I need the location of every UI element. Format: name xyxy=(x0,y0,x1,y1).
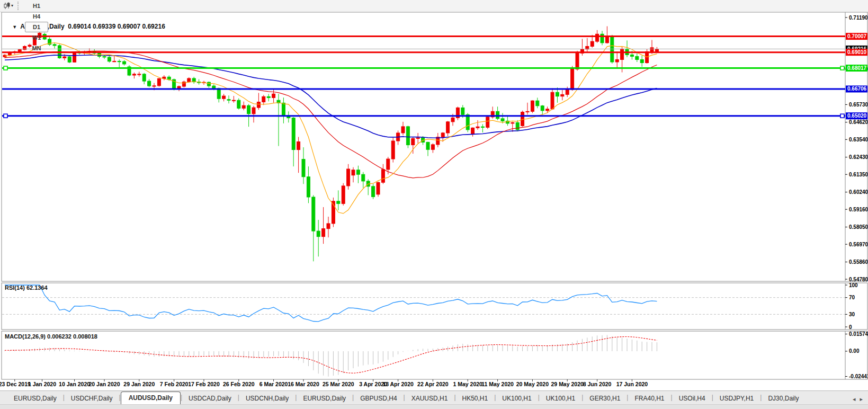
candle-body xyxy=(521,112,524,126)
svg-text:0.69010: 0.69010 xyxy=(847,49,867,55)
date-label: 7 Feb 2020 xyxy=(160,381,189,387)
panel-frame xyxy=(2,283,867,330)
date-label: 29 Jan 2020 xyxy=(123,381,155,387)
price-tick-label: 0.55860 xyxy=(849,259,868,265)
candle-body xyxy=(556,92,559,96)
chart-tab-15[interactable]: DJ30,Daily xyxy=(762,393,805,405)
candle-body xyxy=(73,52,76,62)
timeframe-button-H1[interactable]: H1 xyxy=(25,1,48,11)
chart-tab-11[interactable]: GER30,H1 xyxy=(583,393,627,405)
date-label: 11 May 2020 xyxy=(481,381,514,387)
candle-body xyxy=(247,105,250,114)
candle-body xyxy=(566,90,569,94)
candle-body xyxy=(481,127,484,127)
chart-tab-14[interactable]: USDJPY,H1 xyxy=(713,393,760,405)
candle-body xyxy=(237,100,240,108)
date-label: 29 May 2020 xyxy=(551,381,584,387)
price-tick-label: 0.60240 xyxy=(849,189,868,195)
candle-body xyxy=(292,118,295,150)
level-price-tag-0.70007: 0.70007 xyxy=(846,33,867,40)
timeframe-button-H4[interactable]: H4 xyxy=(25,11,48,22)
svg-text:0.66706: 0.66706 xyxy=(847,86,867,92)
candle-body xyxy=(312,197,315,231)
chart-tab-2[interactable]: AUDUSD,Daily xyxy=(121,392,181,405)
periodicity-toolbar: ▾ M1M5M15M30H1H4D1W1MN xyxy=(0,0,868,12)
candle-body xyxy=(317,231,320,237)
chart-tab-7[interactable]: XAUUSD,H1 xyxy=(405,393,454,405)
candle-body xyxy=(352,170,355,175)
collapse-triangle-icon[interactable]: ▼ xyxy=(12,24,17,30)
candle-body xyxy=(511,122,514,123)
candle-body xyxy=(441,133,444,137)
level-price-tag-0.65020: 0.65020 xyxy=(846,112,867,119)
price-tick-label: 0.61350 xyxy=(849,172,868,177)
candle-body xyxy=(347,169,350,186)
candle-body xyxy=(138,74,141,75)
timeframe-button-W1[interactable]: W1 xyxy=(25,32,48,43)
candle-body xyxy=(431,145,434,149)
candle-body xyxy=(531,101,534,111)
candle-body xyxy=(596,34,599,41)
candle-body xyxy=(302,159,305,177)
price-tick-label: 0.62430 xyxy=(849,154,868,160)
chart-tab-6[interactable]: GBPUSD,H4 xyxy=(354,393,403,405)
candle-body xyxy=(63,57,66,58)
toolbar-grip[interactable] xyxy=(17,2,21,10)
date-label: 20 May 2020 xyxy=(516,381,549,387)
candle-body xyxy=(157,78,160,86)
candle-body xyxy=(387,159,390,170)
candle-body xyxy=(257,102,260,108)
timeframe-button-MN[interactable]: MN xyxy=(25,43,48,54)
date-label: 13 Apr 2020 xyxy=(382,381,414,387)
level-line-handle[interactable] xyxy=(840,66,844,70)
candle-body xyxy=(68,57,71,62)
chart-area[interactable]: 0.711900.679500.657300.646200.635400.624… xyxy=(0,0,868,390)
price-tick-label: 0.59160 xyxy=(849,207,868,212)
chart-tab-12[interactable]: FRA40,H1 xyxy=(628,393,670,405)
candle-body xyxy=(297,142,300,150)
candle-body xyxy=(426,142,429,149)
chart-tab-0[interactable]: EURUSD,Daily xyxy=(7,393,63,405)
tab-scroll-left-icon[interactable]: ◂ xyxy=(853,396,856,402)
tab-scroll-right-icon[interactable]: ▸ xyxy=(860,396,863,402)
chart-tab-1[interactable]: USDCHF,Daily xyxy=(65,393,119,405)
chart-tab-5[interactable]: EURUSD,Daily xyxy=(297,393,352,405)
level-line-handle[interactable] xyxy=(840,114,844,118)
timeframe-button-D1[interactable]: D1 xyxy=(25,22,48,32)
candle-body xyxy=(571,69,574,90)
candle-body xyxy=(411,138,415,145)
candle-body xyxy=(476,127,479,128)
level-price-tag-0.68017: 0.68017 xyxy=(846,65,867,72)
level-line-handle[interactable] xyxy=(4,66,7,70)
chart-tab-8[interactable]: HK50,H1 xyxy=(456,393,495,405)
date-label: 16 Mar 2020 xyxy=(288,381,319,387)
price-tick-label: 0.65730 xyxy=(849,102,868,108)
chart-tab-13[interactable]: USOil,H4 xyxy=(673,393,712,405)
candle-body xyxy=(546,109,549,111)
chart-tab-3[interactable]: USDCAD,Daily xyxy=(182,393,238,405)
chart-tab-10[interactable]: UK100,H1 xyxy=(540,393,581,405)
candle-body xyxy=(327,224,330,229)
candle-body xyxy=(601,34,604,43)
date-label: 1 May 2020 xyxy=(453,381,482,387)
macd-tick-label: -0.024412 xyxy=(849,374,868,379)
candle-body xyxy=(630,55,633,56)
price-tick-label: 0.71190 xyxy=(849,15,868,21)
chart-type-button[interactable]: ▾ xyxy=(1,2,15,10)
macd-indicator-label: MACD(12,26,9) 0.006232 0.008018 xyxy=(5,333,97,340)
candle-body xyxy=(621,49,624,59)
rsi-indicator-label: RSI(14) 62.1364 xyxy=(5,284,48,291)
candle-body xyxy=(262,96,265,102)
time-axis[interactable]: 23 Dec 20191 Jan 202010 Jan 202020 Jan 2… xyxy=(0,379,648,387)
candle-body xyxy=(381,170,384,182)
candle-body xyxy=(153,86,156,86)
svg-text:0.65020: 0.65020 xyxy=(847,113,867,119)
price-tick-label: 0.56970 xyxy=(849,242,868,247)
candle-body xyxy=(615,59,619,62)
chart-tab-9[interactable]: UK100,H1 xyxy=(496,393,538,405)
candle-body xyxy=(536,101,539,106)
level-line-handle[interactable] xyxy=(4,114,7,118)
candle-body xyxy=(377,182,380,194)
chart-tab-4[interactable]: USDCNH,Daily xyxy=(239,393,295,405)
date-label: 23 Dec 2019 xyxy=(0,381,31,387)
